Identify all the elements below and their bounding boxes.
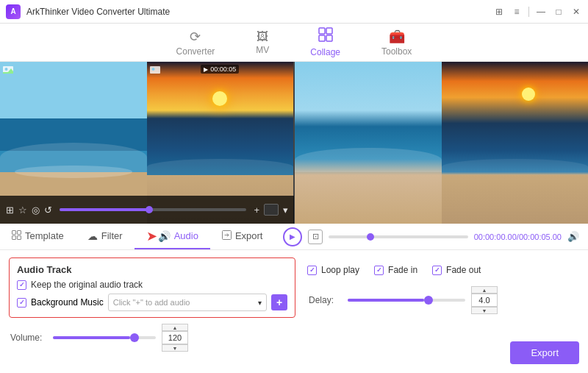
right-playback-bar: ▶ ⊡ 00:00:00.00/00:00:05.00 🔊 <box>274 227 588 246</box>
volume-input-wrapper: ▲ ▼ <box>162 324 188 352</box>
bg-music-row: Background Music Click "+" to add audio … <box>17 294 287 311</box>
beach-scene-3 <box>295 62 442 224</box>
delay-input-wrapper: ▲ ▼ <box>471 286 498 314</box>
tab-toolbox[interactable]: 🧰 Toolbox <box>376 26 417 60</box>
volume-slider[interactable] <box>53 336 156 339</box>
playback-controls: ⊞ ☆ ◎ ↺ + ▾ <box>0 196 294 224</box>
svg-rect-11 <box>12 235 16 239</box>
grid-ctrl-icon[interactable]: ⊞ <box>6 205 14 216</box>
keep-original-checkbox[interactable] <box>17 280 26 290</box>
volume-slider-fill <box>53 336 130 339</box>
snapshot-button[interactable]: ⊡ <box>308 230 323 244</box>
preview-pane-4[interactable] <box>442 62 589 224</box>
bg-music-checkbox[interactable] <box>17 298 26 308</box>
nav-tabs: ⟳ Converter 🖼 MV Collage 🧰 Toolbox <box>0 24 588 62</box>
btab-template-label: Template <box>25 230 64 241</box>
svg-rect-7 <box>150 66 160 74</box>
preview-pane-3[interactable] <box>295 62 442 224</box>
bg-music-dropdown[interactable]: Click "+" to add audio ▾ <box>108 294 267 311</box>
delay-increment-btn[interactable]: ▲ <box>471 286 498 294</box>
bottom-tab-bar: Template ☁ Filter ➤ 🔊 Audio Export ▶ ⊡ <box>0 224 588 250</box>
sun-2 <box>522 88 535 101</box>
main-content: Audio Track Keep the original audio trac… <box>0 250 588 373</box>
tab-converter-label: Converter <box>176 46 215 57</box>
rotate-ctrl-icon[interactable]: ↺ <box>44 205 52 216</box>
color-picker-btn[interactable] <box>264 204 279 216</box>
volume-row: Volume: ▲ ▼ <box>9 324 579 352</box>
fade-in-label: Fade in <box>388 265 417 275</box>
bg-music-label: Background Music <box>31 297 104 308</box>
fade-in-checkbox[interactable] <box>374 266 384 275</box>
bg-music-placeholder: Click "+" to add audio <box>113 298 190 307</box>
keep-original-row: Keep the original audio track <box>17 280 287 290</box>
svg-rect-9 <box>12 230 16 234</box>
grid-btn[interactable]: ⊞ <box>493 6 505 18</box>
tab-mv[interactable]: 🖼 MV <box>250 27 275 58</box>
tab-collage[interactable]: Collage <box>304 24 346 60</box>
delay-label: Delay: <box>309 295 342 305</box>
star-ctrl-icon[interactable]: ☆ <box>18 205 27 216</box>
mv-icon: 🖼 <box>257 30 268 43</box>
fade-out-row: Fade out <box>432 265 481 275</box>
mini-progress-thumb <box>146 206 153 213</box>
btab-audio[interactable]: ➤ 🔊 Audio <box>135 224 210 249</box>
volume-icon[interactable]: 🔊 <box>567 231 579 242</box>
menu-btn[interactable]: ≡ <box>511 6 523 18</box>
mini-progress-bar[interactable] <box>60 208 246 211</box>
template-icon <box>12 230 21 242</box>
collage-icon <box>318 27 333 46</box>
filter-icon: ☁ <box>87 230 98 242</box>
add-audio-button[interactable]: + <box>271 294 287 310</box>
delay-slider[interactable] <box>348 299 465 302</box>
window-controls: ⊞ ≡ — □ ✕ <box>493 6 582 18</box>
tab-collage-label: Collage <box>310 47 340 57</box>
loop-play-checkbox[interactable] <box>307 266 317 275</box>
vol-up-ctrl-icon[interactable]: + <box>254 205 259 216</box>
btab-filter[interactable]: ☁ Filter <box>76 224 135 249</box>
right-options: Loop play Fade in Fade out Delay: <box>307 257 579 314</box>
minimize-btn[interactable]: — <box>535 6 547 18</box>
dropdown-ctrl-icon[interactable]: ▾ <box>283 205 288 216</box>
bottom-tabs: Template ☁ Filter ➤ 🔊 Audio Export <box>0 224 274 249</box>
close-btn[interactable]: ✕ <box>570 6 582 18</box>
audio-track-section: Audio Track Keep the original audio trac… <box>9 257 295 318</box>
app-title: ArkThinker Video Converter Ultimate <box>26 7 493 17</box>
circle-ctrl-icon[interactable]: ◎ <box>32 205 40 216</box>
btab-template[interactable]: Template <box>0 224 76 249</box>
volume-decrement-btn[interactable]: ▼ <box>162 344 188 352</box>
audio-track-title: Audio Track <box>17 264 287 275</box>
delay-slider-fill <box>348 299 424 302</box>
delay-value-input[interactable] <box>471 294 498 307</box>
svg-rect-10 <box>18 230 21 234</box>
export-icon <box>222 230 232 242</box>
btab-export[interactable]: Export <box>210 224 275 249</box>
volume-value-input[interactable] <box>162 331 188 344</box>
toolbox-icon: 🧰 <box>389 29 405 45</box>
volume-increment-btn[interactable]: ▲ <box>162 324 188 331</box>
beach-scene-4 <box>442 62 589 224</box>
pane1-icon <box>3 65 13 75</box>
btab-filter-label: Filter <box>101 230 123 241</box>
loop-play-row: Loop play <box>307 265 359 275</box>
preview-right <box>295 62 588 224</box>
tab-converter[interactable]: ⟳ Converter <box>171 26 221 60</box>
delay-row: Delay: ▲ ▼ <box>309 286 579 314</box>
tab-mv-label: MV <box>256 45 269 55</box>
svg-rect-2 <box>319 35 325 41</box>
timestamp: ▶ 00:00:05 <box>201 65 239 74</box>
time-current: 00:00:00.00 <box>474 232 517 241</box>
title-bar: A ArkThinker Video Converter Ultimate ⊞ … <box>0 0 588 24</box>
delay-decrement-btn[interactable]: ▼ <box>471 307 498 314</box>
fade-out-checkbox[interactable] <box>432 266 442 275</box>
fade-in-row: Fade in <box>374 265 417 275</box>
audio-icon: 🔊 <box>158 230 171 242</box>
play-button-main[interactable]: ▶ <box>283 227 302 246</box>
content-layout: Audio Track Keep the original audio trac… <box>9 257 579 318</box>
timeline-bar[interactable] <box>329 235 467 238</box>
export-button[interactable]: Export <box>510 341 579 364</box>
maximize-btn[interactable]: □ <box>553 6 564 18</box>
svg-rect-3 <box>326 35 332 41</box>
volume-label: Volume: <box>10 333 47 343</box>
playback-options-row: Loop play Fade in Fade out <box>307 265 579 279</box>
separator <box>528 7 529 17</box>
